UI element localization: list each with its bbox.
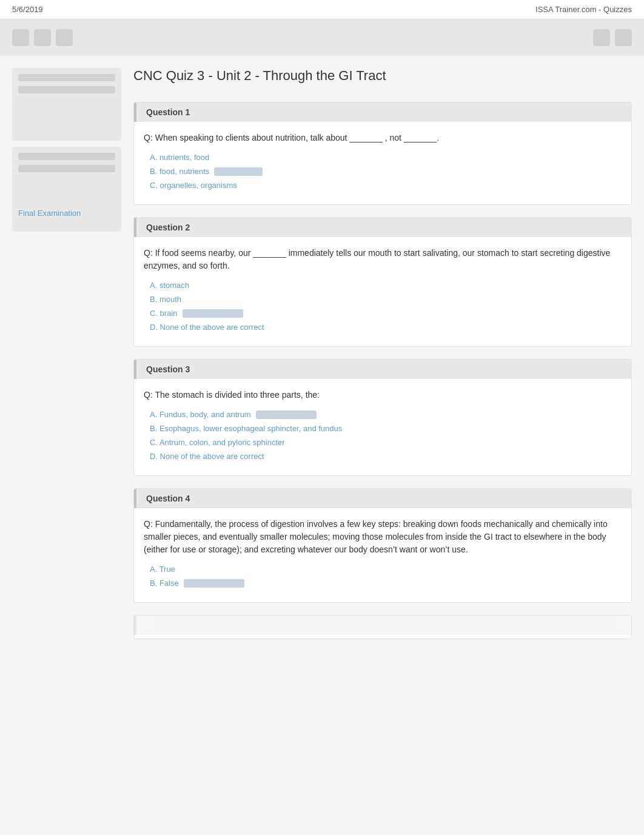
nav-pill-4[interactable] [593, 29, 610, 46]
option-2-b-text: B. mouth [150, 295, 181, 304]
question-text-2: Q: If food seems nearby, our _______ imm… [144, 247, 622, 272]
sidebar-progress-bar-2 [18, 86, 115, 93]
option-3-d[interactable]: D. None of the above are correct [150, 452, 622, 461]
sidebar-progress-bar-1 [18, 74, 115, 81]
question-body-2: Q: If food seems nearby, our _______ imm… [134, 237, 631, 346]
question-text-1: Q: When speaking to clients about nutrit… [144, 132, 622, 144]
question-text-4: Q: Fundamentally, the process of digesti… [144, 518, 622, 556]
final-exam-link[interactable]: Final Examination [18, 209, 115, 218]
option-4-b[interactable]: B. False [150, 578, 622, 588]
option-2-b[interactable]: B. mouth [150, 295, 622, 304]
question-body-4: Q: Fundamentally, the process of digesti… [134, 508, 631, 602]
option-1-a[interactable]: A. nutrients, food [150, 153, 622, 162]
question-header-2: Question 2 [134, 218, 631, 237]
option-2-a[interactable]: A. stomach [150, 281, 622, 290]
option-4-a[interactable]: A. True [150, 565, 622, 574]
top-bar: 5/6/2019 ISSA Trainer.com - Quizzes [0, 0, 644, 19]
option-3-a-text: A. Fundus, body, and antrum [150, 410, 251, 419]
question-block-3: Question 3 Q: The stomach is divided int… [133, 359, 632, 476]
question-text-3: Q: The stomach is divided into three par… [144, 389, 622, 401]
option-3-c-text: C. Antrum, colon, and pyloric sphincter [150, 438, 285, 447]
question-block-4: Question 4 Q: Fundamentally, the process… [133, 488, 632, 603]
option-2-a-text: A. stomach [150, 281, 189, 290]
answer-badge-2-c [183, 309, 243, 318]
options-list-2: A. stomach B. mouth C. brain D. None of … [150, 281, 622, 332]
options-list-1: A. nutrients, food B. food, nutrients C.… [150, 153, 622, 190]
question-header-4: Question 4 [134, 489, 631, 508]
option-3-b-text: B. Esophagus, lower esophageal sphincter… [150, 424, 342, 433]
option-3-d-text: D. None of the above are correct [150, 452, 264, 461]
option-3-b[interactable]: B. Esophagus, lower esophageal sphincter… [150, 424, 622, 433]
nav-pill-1[interactable] [12, 29, 29, 46]
sidebar-top-section [12, 68, 121, 141]
answer-badge-1-b [214, 167, 263, 176]
question-body-1: Q: When speaking to clients about nutrit… [134, 122, 631, 204]
question-header-3: Question 3 [134, 360, 631, 379]
option-2-c[interactable]: C. brain [150, 309, 622, 318]
nav-pill-2[interactable] [34, 29, 51, 46]
options-list-3: A. Fundus, body, and antrum B. Esophagus… [150, 410, 622, 461]
option-1-b[interactable]: B. food, nutrients [150, 167, 622, 176]
nav-pill-3[interactable] [56, 29, 73, 46]
date: 5/6/2019 [12, 5, 43, 14]
options-list-4: A. True B. False [150, 565, 622, 588]
option-4-a-text: A. True [150, 565, 175, 574]
answer-badge-3-a [256, 411, 317, 419]
option-1-c-text: C. organelles, organisms [150, 181, 237, 190]
sidebar-progress-bar-4 [18, 165, 115, 172]
sidebar: Final Examination [12, 68, 121, 651]
option-2-d-text: D. None of the above are correct [150, 323, 264, 332]
question-header-1: Question 1 [134, 102, 631, 122]
option-1-a-text: A. nutrients, food [150, 153, 209, 162]
main-content: CNC Quiz 3 - Unit 2 - Through the GI Tra… [133, 68, 632, 651]
answer-badge-4-b [184, 579, 244, 588]
question-body-3: Q: The stomach is divided into three par… [134, 379, 631, 475]
nav-pill-5[interactable] [615, 29, 632, 46]
option-1-c[interactable]: C. organelles, organisms [150, 181, 622, 190]
option-3-c[interactable]: C. Antrum, colon, and pyloric sphincter [150, 438, 622, 447]
quiz-title: CNC Quiz 3 - Unit 2 - Through the GI Tra… [133, 68, 632, 90]
sidebar-bottom-section: Final Examination [12, 147, 121, 232]
site-title: ISSA Trainer.com - Quizzes [535, 5, 632, 14]
question-header-5 [134, 615, 631, 635]
question-block-5-partial [133, 615, 632, 639]
option-2-d[interactable]: D. None of the above are correct [150, 323, 622, 332]
option-3-a[interactable]: A. Fundus, body, and antrum [150, 410, 622, 419]
question-block-2: Question 2 Q: If food seems nearby, our … [133, 217, 632, 347]
option-1-b-text: B. food, nutrients [150, 167, 209, 176]
question-block-1: Question 1 Q: When speaking to clients a… [133, 102, 632, 205]
option-4-b-text: B. False [150, 578, 179, 588]
option-2-c-text: C. brain [150, 309, 178, 318]
nav-banner [0, 19, 644, 56]
sidebar-progress-bar-3 [18, 153, 115, 160]
